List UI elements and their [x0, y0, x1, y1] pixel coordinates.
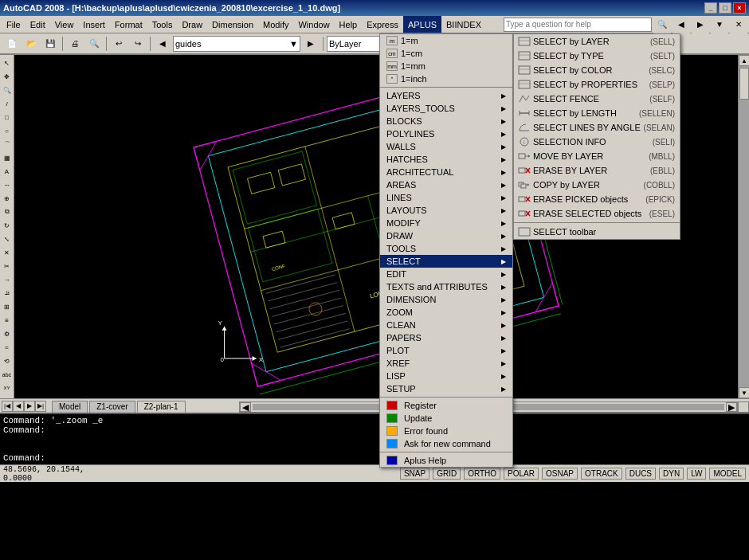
print-button[interactable]: 🖨: [66, 35, 84, 53]
menu-ask-new-cmd[interactable]: Ask for new command: [380, 437, 512, 450]
submenu-ebll[interactable]: ERASE BY LAYER (EBLL): [514, 163, 680, 178]
close-button[interactable]: ×: [733, 2, 746, 14]
menu-edit[interactable]: EDIT▶: [380, 268, 512, 280]
scroll-down-button[interactable]: ▼: [739, 387, 749, 398]
menu-select[interactable]: SELECT▶: [380, 255, 512, 268]
lt-rect[interactable]: □: [1, 111, 14, 123]
maximize-button[interactable]: □: [719, 2, 731, 14]
menu-blocks[interactable]: BLOCKS▶: [380, 115, 512, 127]
menu-aplus-help[interactable]: Aplus Help: [380, 454, 512, 467]
lt-trim[interactable]: ✂: [1, 260, 14, 272]
menu-draw[interactable]: DRAW▶: [380, 229, 512, 242]
menu-tools[interactable]: Tools: [147, 16, 178, 33]
menu-1inch[interactable]: " 1=inch: [380, 72, 512, 85]
lt-circle[interactable]: ○: [1, 124, 14, 137]
undo-button[interactable]: ↩: [110, 35, 127, 53]
vertical-scrollbar[interactable]: ▲ ▼: [738, 55, 749, 398]
submenu-selt[interactable]: SELECT by TYPE (SELT): [514, 49, 680, 63]
lw-button[interactable]: LW: [687, 468, 706, 480]
lt-extend[interactable]: →: [1, 273, 14, 286]
lt-matchprop[interactable]: ≈: [1, 341, 14, 354]
menu-error-found[interactable]: Error found: [380, 425, 512, 437]
help-forward-button[interactable]: ▶: [692, 16, 709, 33]
submenu-sellen[interactable]: SELECT by LENGTH (SELLEN): [514, 106, 680, 120]
submenu-selp[interactable]: SELECT by PROPERTIES (SELP): [514, 77, 680, 92]
help-menu-button[interactable]: ▼: [711, 16, 728, 33]
submenu-self[interactable]: SELECT FENCE (SELF): [514, 92, 680, 106]
lt-select[interactable]: ↖: [1, 57, 14, 69]
lt-text[interactable]: A: [1, 165, 14, 178]
lt-rotate[interactable]: ↻: [1, 219, 14, 232]
menu-modify[interactable]: Modify: [258, 16, 293, 33]
ducs-button[interactable]: DUCS: [625, 468, 656, 480]
lt-coord[interactable]: XY: [1, 382, 14, 394]
menu-edit[interactable]: Edit: [25, 16, 50, 33]
menu-tools[interactable]: TOOLS▶: [380, 242, 512, 255]
tab-first-button[interactable]: |◀: [2, 401, 13, 412]
menu-lisp[interactable]: LISP▶: [380, 370, 512, 382]
ortho-button[interactable]: ORTHO: [464, 468, 500, 480]
layer-prev-button[interactable]: ◀: [154, 35, 171, 53]
menu-zoom[interactable]: ZOOM▶: [380, 306, 512, 319]
menu-layouts[interactable]: LAYOUTS▶: [380, 204, 512, 217]
menu-papers[interactable]: PAPERS▶: [380, 331, 512, 344]
menu-1cm[interactable]: cm 1=cm: [380, 47, 512, 60]
redo-button[interactable]: ↪: [129, 35, 147, 53]
new-button[interactable]: 📄: [3, 35, 21, 53]
layer-next-button[interactable]: ▶: [302, 35, 320, 53]
model-button[interactable]: MODEL: [709, 468, 746, 480]
menu-architectural[interactable]: ARCHITECTUAL▶: [380, 166, 512, 178]
save-button[interactable]: 💾: [41, 35, 59, 53]
lt-hatch[interactable]: ▦: [1, 151, 14, 164]
menu-format[interactable]: Format: [110, 16, 147, 33]
scroll-thumb[interactable]: [739, 68, 749, 100]
menu-draw[interactable]: Draw: [177, 16, 207, 33]
scroll-up-button[interactable]: ▲: [739, 55, 749, 66]
lt-move[interactable]: ⊕: [1, 192, 14, 205]
lt-properties[interactable]: ⚙: [1, 327, 14, 340]
menu-plot[interactable]: PLOT▶: [380, 344, 512, 357]
submenu-seltb[interactable]: SELECT toolbar: [514, 225, 680, 239]
lt-array[interactable]: ⊞: [1, 300, 14, 313]
menu-areas[interactable]: AREAS▶: [380, 178, 512, 191]
open-button[interactable]: 📂: [22, 35, 40, 53]
menu-insert[interactable]: Insert: [78, 16, 110, 33]
otrack-button[interactable]: OTRACK: [581, 468, 622, 480]
tab-last-button[interactable]: ▶|: [35, 401, 46, 412]
menu-update[interactable]: Update: [380, 412, 512, 425]
menu-walls[interactable]: WALLS▶: [380, 140, 512, 153]
tab-model[interactable]: Model: [52, 401, 88, 413]
lt-oops[interactable]: ⟲: [1, 354, 14, 367]
preview-button[interactable]: 🔍: [85, 35, 103, 53]
help-search-button[interactable]: 🔍: [653, 16, 671, 33]
hscroll-left-button[interactable]: ◀: [240, 402, 251, 412]
osnap-button[interactable]: OSNAP: [542, 468, 578, 480]
polar-button[interactable]: POLAR: [504, 468, 539, 480]
submenu-esel[interactable]: ERASE SELECTED objects (ESEL): [514, 206, 680, 221]
menu-texts[interactable]: TEXTS and ATTRIBUTES▶: [380, 280, 512, 293]
menu-help[interactable]: Help: [335, 16, 363, 33]
snap-button[interactable]: SNAP: [400, 468, 429, 480]
menu-hatches[interactable]: HATCHES▶: [380, 153, 512, 166]
scroll-track[interactable]: [739, 66, 749, 387]
lt-dim[interactable]: ↔: [1, 178, 14, 191]
lt-scale[interactable]: ⤡: [1, 233, 14, 245]
menu-layers[interactable]: LAYERS▶: [380, 89, 512, 102]
menu-file[interactable]: File: [2, 16, 25, 33]
submenu-seli[interactable]: i SELECTION INFO (SELI): [514, 135, 680, 149]
help-search-input[interactable]: [504, 18, 652, 32]
hscroll-right-button[interactable]: ▶: [726, 402, 737, 412]
submenu-mbll[interactable]: MOVE BY LAYER (MBLL): [514, 149, 680, 163]
lt-offset[interactable]: ≡: [1, 314, 14, 327]
menu-biindex[interactable]: BIINDEX: [441, 16, 486, 33]
lt-arc[interactable]: ⌒: [1, 138, 14, 151]
layer-dropdown[interactable]: guides ▼: [173, 36, 300, 52]
minimize-button[interactable]: _: [704, 2, 717, 14]
menu-lines[interactable]: LINES▶: [380, 191, 512, 204]
menu-clean[interactable]: CLEAN▶: [380, 319, 512, 331]
menu-window[interactable]: Window: [293, 16, 334, 33]
menu-modify[interactable]: MODIFY▶: [380, 217, 512, 229]
menu-setup[interactable]: SETUP▶: [380, 382, 512, 395]
menu-register[interactable]: Register: [380, 399, 512, 412]
menu-aplus[interactable]: APLUS: [403, 16, 441, 33]
